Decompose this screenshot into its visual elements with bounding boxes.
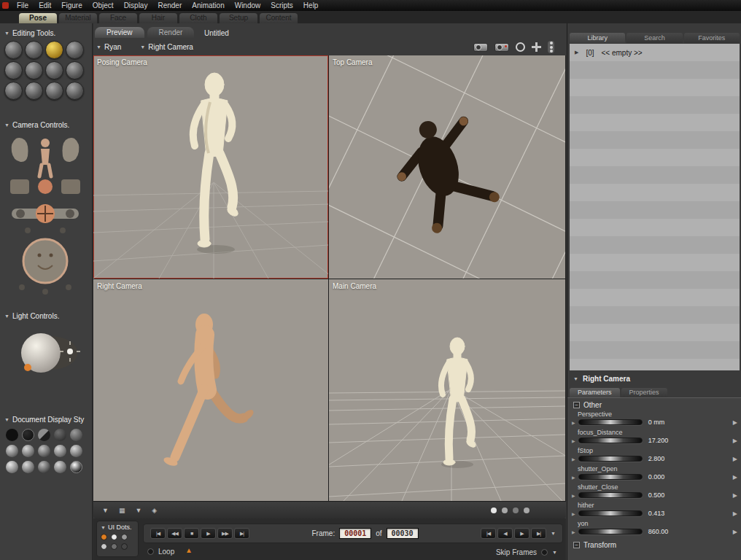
transport-options-dropdown-icon[interactable]: ▼ xyxy=(551,531,556,536)
viewport-main-camera[interactable]: Main Camera xyxy=(329,279,565,501)
param-menu-arrow-icon[interactable]: ▶ xyxy=(733,529,737,535)
display-style-ball[interactable] xyxy=(22,461,34,473)
loop-radio[interactable] xyxy=(147,548,154,555)
param-value[interactable]: 17.200 xyxy=(648,437,669,444)
figure-select-menu[interactable]: ▼ Ryan xyxy=(96,43,121,51)
pane-layout-icon[interactable]: ▦ xyxy=(119,507,125,514)
figure-front-view[interactable] xyxy=(193,73,240,247)
tool-twist[interactable] xyxy=(25,41,43,59)
select-camera-icon[interactable] xyxy=(494,43,509,52)
param-menu-arrow-icon[interactable]: ▶ xyxy=(733,419,737,426)
tab-hair[interactable]: Hair xyxy=(139,13,177,23)
tool-grouping[interactable] xyxy=(4,82,23,100)
flyaround-camera-icon[interactable] xyxy=(473,43,488,52)
ui-dots-header[interactable]: ▼ UI Dots. xyxy=(101,524,134,531)
viewport-posing-camera[interactable]: Posing Camera xyxy=(93,55,328,279)
parameters-target-header[interactable]: ▼ Right Camera xyxy=(573,375,630,383)
skip-frames-dropdown-icon[interactable]: ▼ xyxy=(552,550,557,555)
timeline-position-marker[interactable]: ▲ xyxy=(185,546,193,554)
param-menu-arrow-icon[interactable]: ▶ xyxy=(733,456,737,462)
param-value[interactable]: 2.800 xyxy=(648,455,665,462)
tab-content[interactable]: Content xyxy=(260,13,298,23)
tab-library[interactable]: Library xyxy=(570,33,625,43)
param-menu-arrow-icon[interactable]: ▶ xyxy=(733,474,737,481)
menu-render[interactable]: Render xyxy=(152,0,187,11)
param-dial[interactable] xyxy=(578,456,643,462)
dial-left-arrow-icon[interactable]: ▶ xyxy=(572,456,575,462)
step-to-start-button[interactable]: |◀ xyxy=(481,528,496,539)
page-dot[interactable] xyxy=(502,508,508,513)
display-style-ball[interactable] xyxy=(6,445,18,457)
tab-pose[interactable]: Pose xyxy=(19,13,57,23)
camera-select-menu[interactable]: ▼ Right Camera xyxy=(140,43,193,51)
stop-button[interactable]: ■ xyxy=(184,528,199,539)
tab-face[interactable]: Face xyxy=(99,13,137,23)
param-menu-arrow-icon[interactable]: ▶ xyxy=(733,438,737,444)
display-style-ball[interactable] xyxy=(54,461,66,473)
ui-dot[interactable] xyxy=(121,543,128,550)
param-dial[interactable] xyxy=(578,474,643,480)
dial-left-arrow-icon[interactable]: ▶ xyxy=(572,420,575,425)
page-dot[interactable] xyxy=(524,508,529,513)
step-back-button[interactable]: ◀ xyxy=(497,528,513,539)
tab-parameters[interactable]: Parameters xyxy=(570,388,620,397)
param-menu-arrow-icon[interactable]: ▶ xyxy=(733,492,737,499)
dial-left-arrow-icon[interactable]: ▶ xyxy=(572,475,575,480)
group-collapse-box[interactable]: − xyxy=(573,402,580,408)
viewport-top-camera[interactable]: Top Camera xyxy=(329,55,565,279)
ui-dot[interactable] xyxy=(111,543,117,550)
dial-left-arrow-icon[interactable]: ▶ xyxy=(572,529,575,534)
menu-object[interactable]: Object xyxy=(88,0,119,11)
param-dial[interactable] xyxy=(578,419,643,425)
light-controls-widget[interactable] xyxy=(6,324,85,386)
dial-left-arrow-icon[interactable]: ▶ xyxy=(572,511,575,516)
tracking-dropdown-icon[interactable]: ▼ xyxy=(135,507,141,514)
display-style-ball[interactable] xyxy=(54,429,66,441)
tab-setup[interactable]: Setup xyxy=(220,13,257,23)
tab-cloth[interactable]: Cloth xyxy=(179,13,217,23)
page-dot[interactable] xyxy=(491,508,497,513)
group-collapse-box[interactable]: − xyxy=(573,542,580,548)
translate-cross-icon[interactable] xyxy=(532,42,541,52)
library-item-empty[interactable]: ▶ [0] << empty >> xyxy=(570,44,740,61)
camera-controls-header[interactable]: ▼ Camera Controls. xyxy=(4,121,69,129)
tool-taper[interactable] xyxy=(25,61,43,79)
viewport-right-camera[interactable]: Right Camera xyxy=(93,279,328,501)
rewind-button[interactable]: ◀◀ xyxy=(167,528,182,539)
display-style-ball[interactable] xyxy=(6,461,18,473)
step-forward-button[interactable]: ▶ xyxy=(514,528,529,539)
current-frame-field[interactable]: 00001 xyxy=(339,528,371,539)
menu-scripts[interactable]: Scripts xyxy=(265,0,298,11)
depth-cue-icon[interactable]: ◈ xyxy=(152,507,157,514)
tab-properties[interactable]: Properties xyxy=(621,388,667,397)
step-to-end-button[interactable]: ▶| xyxy=(531,528,546,539)
param-menu-arrow-icon[interactable]: ▶ xyxy=(733,510,737,517)
ui-dot[interactable] xyxy=(111,534,117,540)
camera-memory-dots-icon[interactable] xyxy=(548,41,554,53)
menu-animation[interactable]: Animation xyxy=(187,0,229,11)
fast-forward-button[interactable]: ▶▶ xyxy=(217,528,233,539)
param-value[interactable]: 0.413 xyxy=(648,510,665,517)
tool-scale[interactable] xyxy=(4,61,23,79)
menu-edit[interactable]: Edit xyxy=(34,0,56,11)
param-dial[interactable] xyxy=(578,438,643,443)
tool-translate-in-out[interactable] xyxy=(66,41,84,59)
light-controls-header[interactable]: ▼ Light Controls. xyxy=(4,312,59,320)
figure-front-view-small[interactable] xyxy=(441,338,477,465)
viewport-layout-dropdown-icon[interactable]: ▼ xyxy=(102,507,109,514)
display-style-ball[interactable] xyxy=(38,461,50,473)
total-frames-field[interactable]: 00030 xyxy=(387,528,419,539)
display-style-ball[interactable] xyxy=(70,429,82,441)
menu-window[interactable]: Window xyxy=(230,0,266,11)
display-style-ball[interactable] xyxy=(38,429,50,441)
tab-favorites[interactable]: Favorites xyxy=(684,33,740,43)
trackball-icon[interactable] xyxy=(516,42,525,52)
param-dial[interactable] xyxy=(578,510,643,516)
figure-top-view[interactable] xyxy=(384,106,505,239)
page-dot[interactable] xyxy=(513,508,519,513)
ui-dot[interactable] xyxy=(121,534,128,540)
display-style-ball[interactable] xyxy=(54,445,66,457)
param-dial[interactable] xyxy=(578,529,643,534)
display-style-ball[interactable] xyxy=(22,445,34,457)
first-frame-button[interactable]: |◀ xyxy=(150,528,166,539)
